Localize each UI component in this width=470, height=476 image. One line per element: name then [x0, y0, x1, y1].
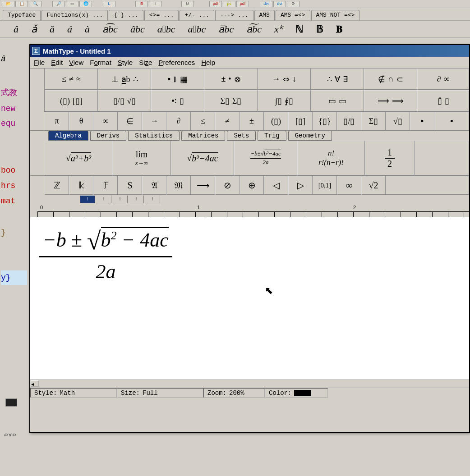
bg-tool-find[interactable]: 🔍 — [29, 1, 41, 7]
accent-xk[interactable]: xᵏ — [274, 23, 283, 35]
zoom-btn-2[interactable]: ↑ — [96, 195, 111, 203]
bg-tool-zoom[interactable]: 🔎 — [52, 1, 65, 7]
bg-tab-ams[interactable]: AMS — [254, 10, 275, 20]
bb-F[interactable]: 𝔽 — [93, 176, 118, 195]
menu-format[interactable]: Format — [90, 59, 111, 66]
expr-quadratic[interactable]: −b±√b²−4ac2a — [234, 141, 297, 175]
color-swatch[interactable] — [294, 390, 311, 396]
sym-in[interactable]: ∈ — [118, 112, 142, 130]
sym-to[interactable]: → — [142, 112, 166, 130]
sym-theta[interactable]: θ — [69, 112, 93, 130]
pal-logic[interactable]: ∴∀∃ — [311, 69, 364, 90]
bg-tool-open[interactable]: 📂 — [2, 1, 14, 7]
accent-widehat[interactable]: âbc — [130, 23, 145, 35]
bg-tool-view[interactable]: ▭ — [66, 1, 78, 7]
accent-vec[interactable]: a⃗bc — [188, 23, 206, 35]
bg-tool-dvi[interactable]: dvi — [260, 1, 272, 7]
bb-triangleright[interactable]: ▷ — [288, 176, 313, 195]
bg-tool-dvi2[interactable]: dvi — [273, 1, 286, 7]
sym-pi[interactable]: π — [45, 112, 69, 130]
titlebar[interactable]: Σ MathType - Untitled 1 — [30, 45, 469, 57]
bb-sqrt2[interactable]: √2 — [361, 176, 386, 195]
bg-tool-pdf[interactable]: pdf — [209, 1, 222, 7]
h-scroll-left-button[interactable]: ◂ — [31, 380, 39, 387]
bb-frakA[interactable]: 𝔄 — [142, 176, 166, 195]
tab-sets[interactable]: Sets — [227, 131, 256, 141]
tab-geometry[interactable]: Geometry — [288, 131, 332, 141]
pal-labelled-arrows[interactable]: ⟶⟹ — [364, 90, 417, 111]
accent-bfB[interactable]: 𝐁 — [336, 23, 343, 35]
bg-cmd-icon[interactable] — [4, 397, 19, 408]
tmpl-misc1[interactable]: ▪ — [410, 112, 434, 130]
bb-S[interactable]: S — [118, 176, 142, 195]
tab-derivs[interactable]: Derivs — [90, 131, 126, 141]
pal-products[interactable]: ▯̂▯ — [417, 90, 469, 111]
pal-spacing[interactable]: ⊥a̲b∴ — [98, 69, 151, 90]
zoom-btn-4[interactable]: ↑ — [129, 195, 144, 203]
bb-oplus[interactable]: ⊕ — [240, 176, 264, 195]
sym-leq[interactable]: ≤ — [191, 112, 215, 130]
tmpl-misc2[interactable]: ▪ — [434, 112, 469, 130]
bb-frakM[interactable]: 𝔐 — [166, 176, 191, 195]
zoom-btn-1[interactable]: ↑ — [80, 195, 95, 203]
bg-tool-I[interactable]: I — [149, 1, 161, 7]
accent-bbN[interactable]: ℕ — [295, 23, 304, 35]
bg-tab-functions[interactable]: Functions(x) ... — [41, 10, 108, 20]
accent-bbB[interactable]: 𝔹 — [316, 23, 323, 35]
expr-combination[interactable]: n!r!(n−r)! — [297, 141, 365, 175]
ruler[interactable]: 0 1 2 — [30, 204, 469, 217]
accent-check[interactable]: ǎ — [31, 23, 37, 35]
menu-style[interactable]: Style — [118, 59, 133, 66]
menu-help[interactable]: Help — [201, 59, 215, 66]
sym-pm[interactable]: ± — [240, 112, 264, 130]
accent-breve[interactable]: ă — [50, 23, 55, 35]
accent-hat[interactable]: â — [14, 23, 18, 35]
pal-embellish[interactable]: ▪⫿▦ — [151, 69, 204, 90]
bb-k[interactable]: 𝕜 — [69, 176, 93, 195]
pal-bars[interactable]: ▭▭ — [311, 90, 364, 111]
bb-triangleleft[interactable]: ◁ — [264, 176, 288, 195]
sym-neq[interactable]: ≠ — [215, 112, 240, 130]
menu-preferences[interactable]: Preferences — [158, 59, 195, 66]
bg-tool-B[interactable]: B — [135, 1, 148, 7]
expr-half[interactable]: 12 — [365, 141, 415, 175]
bg-tool-L[interactable]: L — [103, 1, 115, 7]
pal-sums[interactable]: Σ▯Σ▯ — [204, 90, 258, 111]
zoom-btn-3[interactable]: ↑ — [112, 195, 128, 203]
bb-longto[interactable]: ⟶ — [191, 176, 215, 195]
pal-integrals[interactable]: ∫▯∮▯ — [258, 90, 311, 111]
tmpl-frac[interactable]: ▯/▯ — [337, 112, 361, 130]
bg-tab-ams-not[interactable]: AMS NOT =<> — [311, 10, 360, 20]
bg-tab-braces[interactable]: { } ... — [109, 10, 143, 20]
equation-canvas[interactable]: http://blog.csdn.net/wdkirchhoff −b ± √b… — [30, 217, 469, 380]
zoom-btn-5[interactable]: ↑ — [145, 195, 160, 203]
accent-bar[interactable]: a̅bc — [218, 23, 234, 35]
accent-widetilde[interactable]: a͠bc — [246, 23, 262, 35]
pal-operators[interactable]: ±•⊗ — [204, 69, 258, 90]
tab-matrices[interactable]: Matrices — [181, 131, 225, 141]
bg-tab-plusminus[interactable]: +/- ... — [180, 10, 214, 20]
tmpl-paren[interactable]: (▯) — [264, 112, 288, 130]
accent-overline[interactable]: a͞bc — [157, 23, 175, 35]
menu-file[interactable]: File — [34, 59, 45, 66]
bg-tab-typeface[interactable]: Typeface — [3, 10, 41, 20]
h-scrollbar[interactable]: ◂ — [30, 380, 469, 388]
bg-tool-ps[interactable]: ps — [223, 1, 235, 7]
tab-statistics[interactable]: Statistics — [128, 131, 180, 141]
expr-empty[interactable] — [415, 141, 469, 175]
expr-limit[interactable]: limx→∞ — [112, 141, 171, 175]
bg-tab-ams-rel[interactable]: AMS =<> — [276, 10, 310, 20]
bg-tool-cfg[interactable]: ⚙ — [287, 1, 300, 7]
pal-calc[interactable]: ∂∞ — [417, 69, 469, 90]
bb-oslash[interactable]: ⊘ — [215, 176, 240, 195]
bg-tab-arrows[interactable]: ---> ... — [215, 10, 253, 20]
pal-frac-root[interactable]: ▯/▯√▯ — [98, 90, 151, 111]
bb-Z[interactable]: ℤ — [45, 176, 69, 195]
accent-tie[interactable]: a͡bc — [102, 23, 118, 35]
bb-infty[interactable]: ∞ — [337, 176, 361, 195]
pal-fences[interactable]: (▯)[▯] — [45, 90, 98, 111]
tab-algebra[interactable]: Algebra — [48, 131, 88, 141]
tmpl-bracket[interactable]: [▯] — [288, 112, 313, 130]
accent-grave[interactable]: à — [85, 23, 90, 35]
bg-tool-copy[interactable]: 📋 — [15, 1, 28, 7]
